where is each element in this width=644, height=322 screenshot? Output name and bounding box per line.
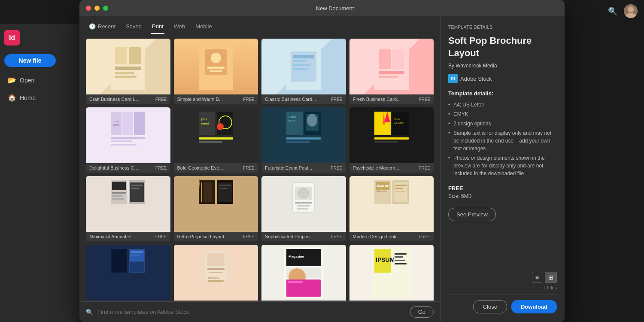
tab-saved[interactable]: Saved <box>125 20 143 34</box>
card-label: Simple and Warm B... <box>177 97 223 102</box>
svg-rect-104 <box>131 251 143 253</box>
card-label: Psychedelic Modern... <box>353 165 399 170</box>
sidebar-item-open[interactable]: 📂 Open <box>4 73 75 87</box>
new-document-dialog: New Document 🕐 Recent Saved Print Web <box>79 0 565 322</box>
dialog-footer: Close Download <box>448 295 557 313</box>
svg-text:event: event <box>201 122 209 125</box>
svg-rect-27 <box>122 112 133 135</box>
list-item[interactable]: IPSUM Template 16 F <box>349 245 434 301</box>
svg-text:your: your <box>201 118 207 121</box>
svg-text:PROFILE: PROFILE <box>208 277 219 279</box>
svg-rect-66 <box>112 192 126 194</box>
card-badge: FREE <box>419 166 430 170</box>
svg-rect-24 <box>379 76 398 78</box>
svg-rect-33 <box>111 144 137 146</box>
home-icon: 🏠 <box>8 94 16 102</box>
card-badge: FREE <box>155 234 167 239</box>
list-item[interactable]: PROFILE Template 14 FREE <box>174 245 258 301</box>
svg-rect-5 <box>129 47 141 64</box>
detail-item: Photos or design elements shown in the p… <box>448 153 557 178</box>
list-view-button[interactable]: ≡ <box>532 272 542 283</box>
card-badge: FREE <box>155 166 167 170</box>
list-item[interactable]: BAND LIVE EVENT Psychedelic Modern... FR… <box>349 107 434 173</box>
list-item[interactable]: LOREM IPSUM DO Retro Proposal Lay <box>174 176 258 241</box>
see-preview-button[interactable]: See Preview <box>448 208 496 221</box>
svg-rect-71 <box>131 188 140 189</box>
stock-badge-icon: St <box>448 74 458 83</box>
svg-rect-23 <box>379 71 404 74</box>
list-item[interactable]: LOREM IPSUM Futuristic Event Post. <box>261 107 346 173</box>
search-input[interactable] <box>97 309 406 315</box>
svg-rect-105 <box>131 255 140 256</box>
close-button[interactable]: Close <box>473 300 507 313</box>
tab-recent[interactable]: 🕐 Recent <box>88 20 116 34</box>
list-item[interactable]: Simple and Warm B... FREE <box>174 39 258 104</box>
list-item[interactable]: Classic Business Card... FREE <box>261 39 346 104</box>
svg-rect-77 <box>204 182 212 202</box>
svg-rect-103 <box>130 262 144 272</box>
list-item[interactable]: Magazine Template 15 FREE <box>261 245 346 301</box>
svg-rect-28 <box>134 112 145 135</box>
template-grid-container[interactable]: Craft Business Card L... FREE <box>79 34 440 301</box>
svg-rect-16 <box>293 55 314 58</box>
list-item[interactable]: Craft Business Card L... FREE <box>86 39 170 104</box>
svg-text:IPSUM: IPSUM <box>289 119 295 122</box>
svg-rect-127 <box>395 260 405 261</box>
content-area: 🕐 Recent Saved Print Web Mobile <box>79 16 440 322</box>
sidebar-item-home[interactable]: 🏠 Home <box>4 91 75 104</box>
card-badge: FREE <box>419 97 430 102</box>
svg-rect-128 <box>395 263 407 264</box>
detail-item: Sample text is for display only and may … <box>448 128 557 153</box>
template-details-list: A4; US Letter CMYK 2 design options Samp… <box>448 100 557 178</box>
search-bar: 🔍 Go <box>79 301 440 322</box>
adobe-stock-label: Adobe Stock <box>460 76 492 82</box>
svg-rect-112 <box>208 280 224 282</box>
svg-rect-86 <box>297 208 308 210</box>
svg-rect-68 <box>112 198 124 200</box>
list-item[interactable]: Sophisticated Propos... FREE <box>261 176 346 241</box>
svg-rect-95 <box>395 185 407 186</box>
svg-text:IPSUM: IPSUM <box>376 256 395 263</box>
card-badge: FREE <box>243 97 255 102</box>
close-traffic-button[interactable] <box>86 6 91 11</box>
go-button[interactable]: Go <box>410 306 434 318</box>
list-item[interactable]: Template 13 FREE <box>86 245 170 301</box>
svg-rect-44 <box>286 112 303 135</box>
svg-point-49 <box>307 114 317 127</box>
new-file-button[interactable]: New file <box>4 54 56 67</box>
tab-mobile[interactable]: Mobile <box>194 20 213 34</box>
grid-view-button[interactable]: ⊞ <box>545 272 557 283</box>
global-search-icon[interactable]: 🔍 <box>608 6 617 16</box>
download-button[interactable]: Download <box>511 300 557 313</box>
svg-rect-76 <box>201 182 202 202</box>
minimize-traffic-button[interactable] <box>94 6 100 11</box>
maximize-traffic-button[interactable] <box>103 6 108 11</box>
svg-rect-108 <box>207 253 225 266</box>
list-item[interactable]: Material Obsession Modern Design L <box>349 176 434 241</box>
svg-rect-32 <box>111 140 132 142</box>
card-label: Fresh Business Card... <box>353 97 401 102</box>
tab-web[interactable]: Web <box>173 20 186 34</box>
avatar[interactable] <box>624 4 638 18</box>
files-label: t Files <box>448 285 557 290</box>
svg-rect-79 <box>219 185 231 186</box>
detail-item: 2 design options <box>448 119 557 128</box>
detail-panel: TEMPLATE DETAILS Soft Pop Brochure Layou… <box>440 16 565 322</box>
recent-icon: 🕐 <box>89 23 96 30</box>
svg-text:LIVE EVENT: LIVE EVENT <box>394 122 404 124</box>
tab-print[interactable]: Print <box>151 20 164 34</box>
dialog-body: 🕐 Recent Saved Print Web Mobile <box>79 16 565 322</box>
list-item[interactable]: Fresh Business Card... FREE <box>349 39 434 104</box>
svg-text:LOREM: LOREM <box>289 116 296 118</box>
card-label: Classic Business Card... <box>265 97 316 102</box>
svg-rect-22 <box>392 49 404 69</box>
svg-rect-70 <box>131 185 143 186</box>
svg-rect-61 <box>374 141 398 143</box>
list-item[interactable]: Minimalist Annual R... FREE <box>86 176 170 241</box>
svg-text:Magazine: Magazine <box>289 255 304 258</box>
card-label: Retro Proposal Layout <box>177 234 224 239</box>
svg-text:JANE: JANE <box>113 120 119 123</box>
list-item[interactable]: your event Bold Geometric Eve... <box>174 107 258 173</box>
list-item[interactable]: JANE SMITH Delightful Business C... FRE <box>86 107 170 173</box>
svg-point-40 <box>217 123 224 130</box>
